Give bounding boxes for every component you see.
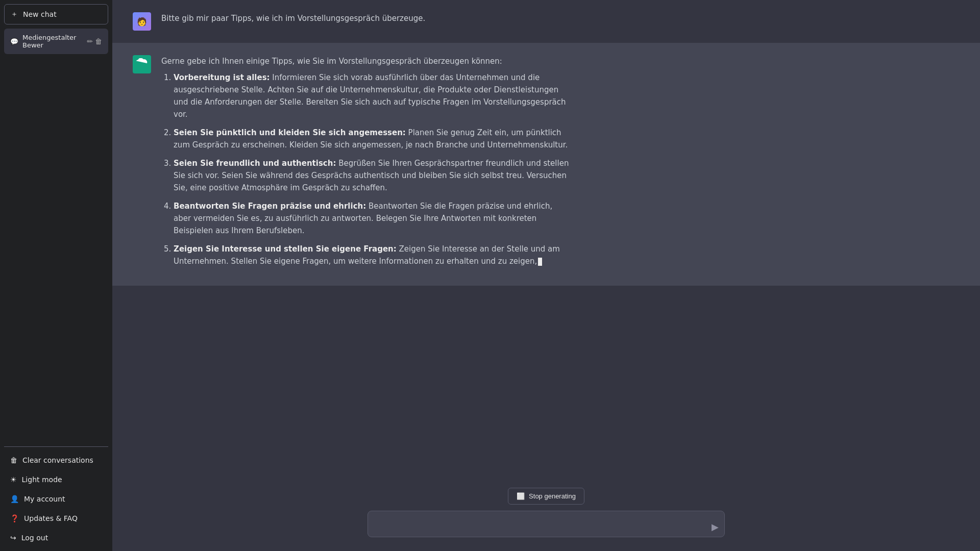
chat-area: 🧑 Bitte gib mir paar Tipps, wie ich im V… bbox=[112, 0, 980, 480]
input-wrapper: ▶ bbox=[368, 511, 725, 539]
user-avatar: 🧑 bbox=[133, 12, 151, 31]
sun-icon: ☀ bbox=[10, 475, 17, 484]
trash-icon: 🗑 bbox=[10, 456, 17, 464]
sidebar-bottom: 🗑 Clear conversations ☀ Light mode 👤 My … bbox=[4, 446, 108, 547]
logout-label: Log out bbox=[21, 534, 48, 542]
send-icon: ▶ bbox=[712, 521, 719, 533]
tip-4: Beantworten Sie Fragen präzise und ehrli… bbox=[174, 200, 570, 237]
user-message-content: Bitte gib mir paar Tipps, wie ich im Vor… bbox=[161, 12, 570, 29]
user-avatar-img: 🧑 bbox=[133, 12, 151, 31]
main-area: 🧑 Bitte gib mir paar Tipps, wie ich im V… bbox=[112, 0, 980, 551]
edit-icon[interactable]: ✏ bbox=[87, 37, 93, 45]
updates-faq-button[interactable]: ❓ Updates & FAQ bbox=[4, 509, 108, 528]
new-chat-button[interactable]: ＋ New chat bbox=[4, 4, 108, 24]
tip-2-title: Seien Sie pünktlich und kleiden Sie sich… bbox=[174, 128, 406, 137]
question-icon: ❓ bbox=[10, 514, 19, 522]
chat-icon: 💬 bbox=[10, 38, 18, 45]
tip-4-title: Beantworten Sie Fragen präzise und ehrli… bbox=[174, 202, 366, 211]
user-message: 🧑 Bitte gib mir paar Tipps, wie ich im V… bbox=[112, 0, 980, 43]
chat-item-actions: ✏ 🗑 bbox=[87, 37, 102, 45]
user-message-text: Bitte gib mir paar Tipps, wie ich im Vor… bbox=[161, 12, 570, 24]
clear-conversations-button[interactable]: 🗑 Clear conversations bbox=[4, 451, 108, 469]
tip-5-title: Zeigen Sie Interesse und stellen Sie eig… bbox=[174, 244, 397, 254]
updates-label: Updates & FAQ bbox=[24, 514, 78, 522]
openai-icon bbox=[136, 58, 148, 70]
plus-icon: ＋ bbox=[11, 10, 18, 19]
sidebar-item-mediengestalter[interactable]: 💬 Mediengestalter Bewer ✏ 🗑 bbox=[4, 29, 108, 54]
stop-icon: ⬜ bbox=[517, 492, 525, 500]
ai-avatar bbox=[133, 55, 151, 73]
sidebar-spacer bbox=[4, 54, 108, 446]
stop-label: Stop generating bbox=[529, 492, 576, 500]
light-mode-button[interactable]: ☀ Light mode bbox=[4, 470, 108, 489]
chat-item-label: Mediengestalter Bewer bbox=[22, 34, 83, 49]
tip-5: Zeigen Sie Interesse und stellen Sie eig… bbox=[174, 243, 570, 267]
tip-2: Seien Sie pünktlich und kleiden Sie sich… bbox=[174, 127, 570, 151]
chat-input[interactable] bbox=[368, 511, 725, 538]
typing-cursor bbox=[538, 258, 542, 266]
send-button[interactable]: ▶ bbox=[712, 521, 719, 533]
my-account-button[interactable]: 👤 My account bbox=[4, 490, 108, 508]
user-icon: 👤 bbox=[10, 495, 19, 503]
ai-tips-list: Vorbereitung ist alles: Informieren Sie … bbox=[161, 71, 570, 267]
ai-message: Gerne gebe ich Ihnen einige Tipps, wie S… bbox=[112, 43, 980, 286]
stop-generating-button[interactable]: ⬜ Stop generating bbox=[508, 488, 584, 505]
light-mode-label: Light mode bbox=[22, 475, 62, 484]
delete-icon[interactable]: 🗑 bbox=[95, 37, 102, 45]
tip-3: Seien Sie freundlich und authentisch: Be… bbox=[174, 157, 570, 194]
tip-3-title: Seien Sie freundlich und authentisch: bbox=[174, 159, 336, 168]
logout-icon: ↪ bbox=[10, 534, 16, 542]
tip-1-title: Vorbereitung ist alles: bbox=[174, 73, 270, 82]
ai-intro-text: Gerne gebe ich Ihnen einige Tipps, wie S… bbox=[161, 55, 570, 67]
new-chat-label: New chat bbox=[23, 10, 57, 18]
sidebar: ＋ New chat 💬 Mediengestalter Bewer ✏ 🗑 🗑… bbox=[0, 0, 112, 551]
account-label: My account bbox=[24, 495, 65, 503]
tip-1: Vorbereitung ist alles: Informieren Sie … bbox=[174, 71, 570, 120]
log-out-button[interactable]: ↪ Log out bbox=[4, 529, 108, 547]
ai-message-content: Gerne gebe ich Ihnen einige Tipps, wie S… bbox=[161, 55, 570, 273]
input-area: ⬜ Stop generating ▶ bbox=[112, 480, 980, 552]
clear-label: Clear conversations bbox=[22, 456, 93, 464]
